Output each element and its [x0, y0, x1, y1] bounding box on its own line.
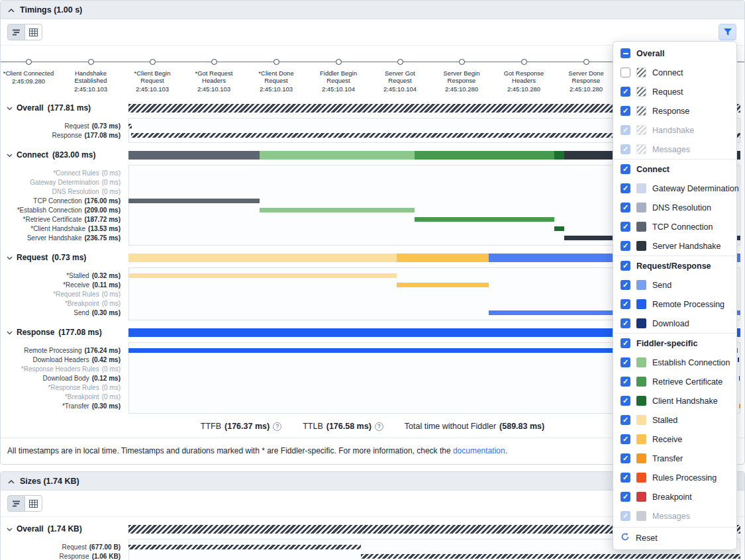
chevron-down-icon[interactable] — [7, 150, 13, 160]
filter-item[interactable]: Handshake — [613, 120, 736, 140]
filter-item-label: DNS Resolution — [652, 203, 711, 212]
table-view-button[interactable] — [25, 24, 42, 40]
checkbox[interactable] — [621, 318, 630, 328]
bar-segment — [415, 151, 554, 160]
milestone-time: 2:45:10.104 — [313, 85, 364, 93]
section-title: Request — [17, 253, 48, 262]
filter-item[interactable]: Transfer — [613, 449, 736, 468]
filter-item[interactable]: Download — [613, 314, 736, 333]
filter-item[interactable]: Messages — [613, 506, 736, 526]
checkbox[interactable] — [621, 68, 630, 77]
checkbox[interactable] — [621, 106, 630, 116]
chevron-down-icon[interactable] — [7, 524, 13, 534]
table-view-button[interactable] — [25, 495, 42, 512]
filter-item[interactable]: Overall — [613, 44, 736, 63]
timings-panel-header[interactable]: Timings (1.00 s) — [1, 1, 744, 19]
filter-button[interactable] — [719, 24, 736, 40]
timing-row-value: (0 ms) — [102, 384, 121, 391]
checkbox[interactable] — [621, 280, 630, 290]
checkbox[interactable] — [621, 492, 630, 502]
checkbox[interactable] — [621, 338, 630, 348]
filter-item[interactable]: Breakpoint — [613, 487, 736, 506]
size-row-label: Request — [62, 543, 87, 551]
reset-button[interactable]: Reset — [613, 527, 736, 548]
checkbox[interactable] — [621, 434, 630, 444]
checkbox[interactable] — [621, 299, 630, 309]
checkbox[interactable] — [621, 396, 630, 406]
filter-item[interactable]: Connect — [613, 63, 736, 82]
checkbox[interactable] — [621, 357, 630, 367]
filter-dropdown: Overall Connect Request Response — [613, 41, 737, 550]
filter-item[interactable]: Server Handshake — [613, 236, 736, 256]
timeline-milestone: Server Begin Response 2:45:10.280 — [436, 59, 487, 93]
section-size: (1.74 KB) — [48, 524, 82, 534]
filter-item[interactable]: Messages — [613, 140, 736, 159]
reset-label: Reset — [636, 534, 658, 543]
filter-item-label: Connect — [652, 68, 683, 77]
chevron-down-icon[interactable] — [7, 328, 13, 337]
help-icon[interactable] — [375, 422, 383, 431]
bar-segment — [397, 283, 489, 287]
checkbox[interactable] — [621, 48, 630, 58]
timing-row-value: (0 ms) — [102, 365, 121, 373]
note-text-end: . — [505, 446, 507, 455]
filter-item[interactable]: Rules Processing — [613, 468, 736, 487]
filter-item[interactable]: DNS Resolution — [613, 198, 736, 217]
filter-item[interactable]: Stalled — [613, 410, 736, 430]
checkbox[interactable] — [621, 203, 630, 212]
checkbox[interactable] — [621, 415, 630, 425]
chevron-down-icon[interactable] — [7, 103, 13, 113]
checkbox[interactable] — [621, 87, 630, 97]
bar-segment — [739, 376, 740, 381]
stat-value: (176.58 ms) — [326, 422, 372, 431]
filter-item[interactable]: TCP Connection — [613, 217, 736, 236]
section-title: Connect — [17, 150, 48, 160]
bar-segment — [415, 217, 554, 222]
timeline-milestone: *Got Request Headers 2:45:10.103 — [188, 59, 240, 93]
filter-item[interactable]: Request — [613, 82, 736, 101]
checkbox[interactable] — [621, 183, 630, 193]
checkbox[interactable] — [621, 144, 630, 154]
filter-item-label: TCP Connection — [652, 222, 713, 232]
documentation-link[interactable]: documentation — [453, 446, 505, 455]
milestone-dot — [521, 59, 527, 65]
filter-item-label: Overall — [636, 49, 664, 58]
help-icon[interactable] — [273, 422, 281, 431]
waterfall-view-button[interactable] — [7, 495, 25, 512]
timing-row-label: *Retrieve Certificate — [23, 216, 82, 223]
timing-row-value: (177.08 ms) — [85, 132, 121, 139]
checkbox[interactable] — [621, 222, 630, 232]
chevron-up-icon[interactable] — [8, 5, 15, 15]
milestone-time: 2:45:10.280 — [498, 85, 550, 93]
checkbox[interactable] — [621, 164, 630, 174]
color-swatch — [636, 203, 646, 212]
checkbox[interactable] — [621, 377, 630, 387]
filter-item[interactable]: Client Handshake — [613, 391, 736, 410]
timing-row-value: (13.53 ms) — [88, 225, 121, 232]
chevron-up-icon[interactable] — [8, 477, 15, 486]
bar-segment — [554, 226, 564, 231]
checkbox[interactable] — [621, 511, 630, 521]
filter-item[interactable]: Remote Processing — [613, 295, 736, 314]
checkbox[interactable] — [621, 473, 630, 483]
checkbox[interactable] — [621, 453, 630, 463]
filter-item[interactable]: Request/Response — [613, 256, 736, 275]
milestone-label: Server Done Response — [560, 70, 612, 85]
timing-row-value: (0.32 ms) — [92, 272, 121, 279]
filter-item[interactable]: Connect — [613, 159, 736, 179]
filter-item[interactable]: Fiddler-specific — [613, 333, 736, 353]
chevron-down-icon[interactable] — [7, 253, 13, 262]
waterfall-view-button[interactable] — [7, 24, 25, 40]
filter-item[interactable]: Gateway Determination — [613, 179, 736, 198]
checkbox[interactable] — [621, 241, 630, 251]
bar-segment — [739, 404, 740, 408]
color-swatch — [636, 415, 646, 425]
filter-item[interactable]: Establish Connection — [613, 353, 736, 372]
filter-item[interactable]: Receive — [613, 430, 736, 449]
filter-item[interactable]: Retrieve Certificate — [613, 372, 736, 391]
filter-item[interactable]: Response — [613, 101, 736, 120]
checkbox[interactable] — [621, 125, 630, 135]
filter-item[interactable]: Send — [613, 275, 736, 295]
checkbox[interactable] — [621, 261, 630, 271]
bar-segment — [738, 357, 739, 362]
